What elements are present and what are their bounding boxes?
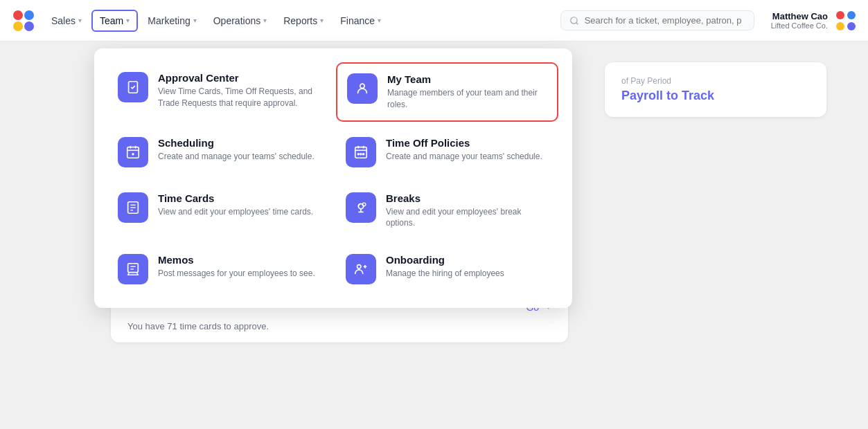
my-team-desc: Manage members of your team and their ro…	[387, 87, 547, 111]
scheduling-icon-bg	[118, 137, 148, 167]
svg-point-7	[847, 11, 856, 19]
svg-point-35	[357, 265, 362, 269]
time-off-policies-content: Time Off Policies Create and manage your…	[386, 137, 549, 163]
onboarding-title: Onboarding	[386, 254, 549, 266]
memos-icon	[125, 262, 141, 277]
svg-rect-17	[355, 147, 367, 158]
breaks-title: Breaks	[386, 192, 549, 204]
onboarding-desc: Manage the hiring of employees	[386, 268, 549, 280]
svg-point-2	[13, 21, 23, 31]
time-cards-icon	[125, 200, 141, 215]
my-team-icon	[355, 81, 370, 96]
pay-period-label: of Pay Period	[621, 76, 810, 86]
onboarding-icon	[353, 262, 369, 277]
nav-items: Sales ▾ Team ▾ Marketing ▾ Operations ▾ …	[44, 10, 560, 32]
breaks-icon-bg	[346, 192, 376, 223]
payroll-link[interactable]: Payroll to Track	[621, 89, 810, 103]
memos-content: Memos Post messages for your employees t…	[158, 254, 321, 280]
chevron-down-icon: ▾	[263, 17, 267, 24]
time-off-policies-icon	[353, 145, 369, 160]
svg-point-4	[570, 17, 576, 23]
menu-item-breaks[interactable]: Breaks View and edit your employees' bre…	[336, 183, 558, 239]
chevron-down-icon: ▾	[126, 17, 130, 24]
breaks-icon	[353, 200, 369, 215]
breaks-desc: View and edit your employees' break opti…	[386, 206, 549, 230]
search-input[interactable]	[585, 15, 745, 26]
chevron-down-icon: ▾	[78, 17, 82, 24]
approval-center-content: Approval Center View Time Cards, Time Of…	[158, 72, 321, 109]
svg-point-16	[132, 153, 134, 154]
menu-item-onboarding[interactable]: Onboarding Manage the hiring of employee…	[336, 244, 558, 294]
svg-point-3	[24, 21, 34, 31]
app-logo	[11, 8, 36, 33]
menu-item-scheduling[interactable]: Scheduling Create and manage your teams'…	[108, 127, 330, 177]
my-team-title: My Team	[387, 73, 547, 85]
time-off-policies-icon-bg	[346, 137, 376, 167]
svg-line-5	[576, 22, 578, 24]
chevron-down-icon: ▾	[378, 17, 381, 24]
svg-point-11	[360, 84, 364, 88]
user-company: Lifted Coffee Co.	[771, 21, 828, 30]
memos-icon-bg	[118, 254, 148, 284]
svg-point-22	[360, 153, 362, 154]
svg-point-1	[24, 10, 34, 20]
pay-period-card: of Pay Period Payroll to Track	[605, 62, 826, 117]
breaks-content: Breaks View and edit your employees' bre…	[386, 192, 549, 230]
memos-desc: Post messages for your employees to see.	[158, 268, 321, 280]
svg-rect-32	[128, 264, 139, 273]
scheduling-title: Scheduling	[158, 137, 321, 149]
nav-item-marketing[interactable]: Marketing ▾	[141, 11, 203, 30]
svg-point-0	[13, 10, 23, 20]
time-cards-desc: View and edit your employees' time cards…	[158, 206, 321, 218]
user-name: Matthew Cao	[771, 11, 828, 21]
scheduling-desc: Create and manage your teams' schedule.	[158, 151, 321, 163]
nav-item-finance[interactable]: Finance ▾	[333, 11, 388, 30]
menu-item-approval-center[interactable]: Approval Center View Time Cards, Time Of…	[108, 62, 330, 122]
user-logo	[835, 10, 857, 32]
svg-point-6	[836, 11, 844, 19]
nav-item-sales[interactable]: Sales ▾	[44, 11, 89, 30]
svg-point-23	[363, 153, 364, 154]
team-dropdown-menu: Approval Center View Time Cards, Time Of…	[94, 48, 572, 308]
chevron-down-icon: ▾	[320, 17, 324, 24]
user-info: Matthew Cao Lifted Coffee Co.	[771, 10, 857, 32]
main-content: of Pay Period Payroll to Track Go → You …	[0, 42, 868, 429]
my-team-content: My Team Manage members of your team and …	[387, 73, 547, 111]
menu-item-memos[interactable]: Memos Post messages for your employees t…	[108, 244, 330, 294]
svg-rect-12	[127, 147, 139, 158]
time-cards-content: Time Cards View and edit your employees'…	[158, 192, 321, 218]
onboarding-content: Onboarding Manage the hiring of employee…	[386, 254, 549, 280]
nav-item-reports[interactable]: Reports ▾	[276, 11, 330, 30]
memos-title: Memos	[158, 254, 321, 266]
time-cards-title: Time Cards	[158, 192, 321, 204]
svg-point-8	[836, 22, 844, 30]
menu-item-time-off-policies[interactable]: Time Off Policies Create and manage your…	[336, 127, 558, 177]
time-cards-icon-bg	[118, 192, 148, 223]
svg-point-21	[357, 153, 359, 154]
chevron-down-icon: ▾	[193, 17, 197, 24]
approval-center-title: Approval Center	[158, 72, 321, 84]
time-off-policies-desc: Create and manage your teams' schedule.	[386, 151, 549, 163]
approval-icon	[125, 80, 141, 95]
time-off-policies-title: Time Off Policies	[386, 137, 549, 149]
navbar: Sales ▾ Team ▾ Marketing ▾ Operations ▾ …	[0, 0, 868, 42]
onboarding-icon-bg	[346, 254, 376, 284]
approval-center-desc: View Time Cards, Time Off Requests, and …	[158, 86, 321, 109]
menu-item-my-team[interactable]: My Team Manage members of your team and …	[336, 62, 558, 122]
nav-item-operations[interactable]: Operations ▾	[206, 11, 274, 30]
nav-item-team[interactable]: Team ▾	[91, 10, 138, 32]
menu-item-time-cards[interactable]: Time Cards View and edit your employees'…	[108, 183, 330, 239]
my-team-icon-bg	[347, 73, 378, 104]
user-details: Matthew Cao Lifted Coffee Co.	[771, 11, 828, 30]
approval-center-icon-bg	[118, 72, 148, 102]
scheduling-content: Scheduling Create and manage your teams'…	[158, 137, 321, 163]
search-icon	[569, 16, 579, 26]
time-cards-text: You have 71 time cards to approve.	[127, 321, 551, 331]
scheduling-icon	[125, 145, 141, 160]
svg-point-9	[847, 22, 856, 30]
search-bar[interactable]	[560, 10, 754, 30]
